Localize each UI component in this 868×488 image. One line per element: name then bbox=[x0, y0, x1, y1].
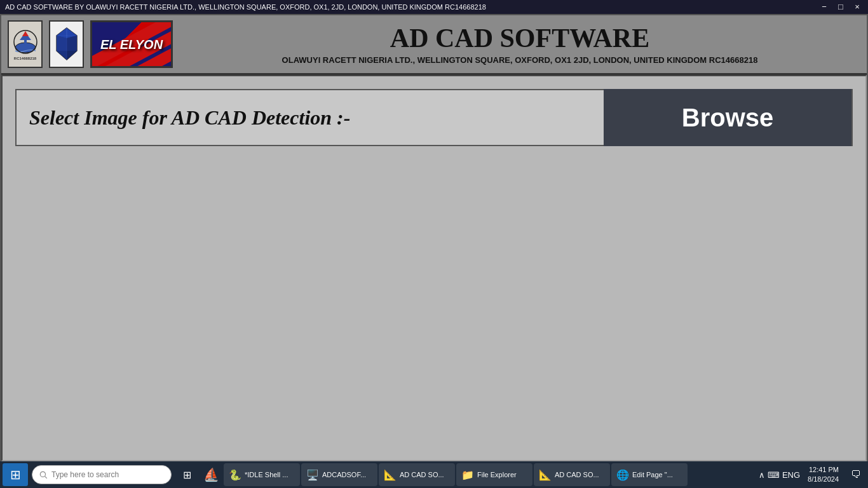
taskbar-item-1[interactable]: 🖥️ADCADSOF... bbox=[301, 463, 377, 486]
start-button[interactable]: ⊞ bbox=[3, 463, 28, 486]
app-subtitle: OLAWUYI RACETT NIGERIA LTD., WELLINGTON … bbox=[179, 55, 860, 65]
app-header: RC14668218 bbox=[1, 15, 867, 75]
clock-date: 8/18/2024 bbox=[808, 475, 839, 484]
title-bar-text: AD CAD SOFTWARE BY OLAWUYI RACETT NIGERI… bbox=[5, 3, 486, 11]
el-elyon-text: EL ELYON bbox=[100, 37, 163, 51]
gemstone-logo bbox=[49, 20, 84, 68]
svg-point-14 bbox=[40, 471, 45, 477]
main-window: RC14668218 bbox=[0, 14, 868, 463]
taskbar-item-0[interactable]: 🐍*IDLE Shell ... bbox=[224, 463, 300, 486]
taskbar-item-label-5: Edit Page "... bbox=[632, 471, 673, 478]
title-bar-controls: − □ × bbox=[818, 1, 863, 13]
content-area: Select Image for AD CAD Detection :- Bro… bbox=[1, 75, 867, 461]
taskbar-right: ∧ ⌨ ENG 12:41 PM 8/18/2024 🗨 bbox=[759, 463, 865, 486]
minimize-button[interactable]: − bbox=[818, 1, 830, 13]
taskbar-item-icon-4: 📐 bbox=[539, 469, 552, 481]
clock[interactable]: 12:41 PM 8/18/2024 bbox=[804, 465, 843, 485]
taskbar-item-icon-3: 📁 bbox=[461, 469, 474, 481]
select-image-bar: Select Image for AD CAD Detection :- Bro… bbox=[15, 89, 853, 146]
maximize-button[interactable]: □ bbox=[835, 1, 846, 13]
taskbar-item-3[interactable]: 📁File Explorer bbox=[456, 463, 532, 486]
tray-lang-icon[interactable]: ENG bbox=[782, 470, 800, 480]
taskbar-item-label-3: File Explorer bbox=[477, 471, 517, 478]
taskbar-item-2[interactable]: 📐AD CAD SO... bbox=[379, 463, 455, 486]
main-content-empty bbox=[15, 146, 853, 432]
taskbar-items: 🐍*IDLE Shell ...🖥️ADCADSOF...📐AD CAD SO.… bbox=[224, 463, 688, 486]
clock-time: 12:41 PM bbox=[808, 465, 839, 475]
taskbar-item-label-1: ADCADSOF... bbox=[322, 471, 366, 478]
company-seal-logo: RC14668218 bbox=[8, 20, 43, 68]
taskbar-item-4[interactable]: 📐AD CAD SO... bbox=[534, 463, 610, 486]
svg-marker-7 bbox=[67, 36, 77, 51]
taskbar-item-label-0: *IDLE Shell ... bbox=[245, 471, 288, 478]
taskbar-ship-icon: ⛵ bbox=[200, 463, 222, 486]
taskbar-item-icon-2: 📐 bbox=[384, 469, 397, 481]
taskbar: ⊞ ⊞ ⛵ 🐍*IDLE Shell ...🖥️ADCADSOF...📐AD C… bbox=[0, 461, 868, 488]
svg-marker-3 bbox=[22, 31, 29, 36]
el-elyon-logo: EL ELYON bbox=[90, 20, 173, 68]
search-icon bbox=[39, 470, 48, 479]
search-input[interactable] bbox=[51, 470, 153, 479]
browse-button[interactable]: Browse bbox=[604, 89, 851, 146]
taskbar-item-5[interactable]: 🌐Edit Page "... bbox=[611, 463, 688, 486]
svg-marker-8 bbox=[57, 36, 67, 51]
taskbar-item-label-2: AD CAD SO... bbox=[400, 471, 444, 478]
search-bar[interactable] bbox=[32, 465, 172, 484]
notification-icon: 🗨 bbox=[851, 469, 861, 480]
tray-arrow-icon[interactable]: ∧ bbox=[759, 470, 765, 480]
task-view-button[interactable]: ⊞ bbox=[175, 463, 198, 486]
taskbar-item-icon-0: 🐍 bbox=[229, 469, 241, 481]
notification-button[interactable]: 🗨 bbox=[846, 463, 865, 486]
title-text-area: AD CAD SOFTWARE OLAWUYI RACETT NIGERIA L… bbox=[179, 24, 860, 65]
app-title: AD CAD SOFTWARE bbox=[179, 24, 860, 53]
select-image-label: Select Image for AD CAD Detection :- bbox=[17, 106, 604, 130]
task-view-icon: ⊞ bbox=[183, 469, 191, 481]
taskbar-item-icon-1: 🖥️ bbox=[306, 469, 319, 481]
taskbar-item-label-4: AD CAD SO... bbox=[555, 471, 599, 478]
close-button[interactable]: × bbox=[851, 1, 863, 13]
logo1-label: RC14668218 bbox=[14, 57, 36, 60]
taskbar-item-icon-5: 🌐 bbox=[616, 469, 629, 481]
windows-icon: ⊞ bbox=[10, 467, 21, 482]
svg-line-15 bbox=[45, 477, 47, 478]
tray-keyboard-icon[interactable]: ⌨ bbox=[768, 470, 780, 480]
title-bar: AD CAD SOFTWARE BY OLAWUYI RACETT NIGERI… bbox=[0, 0, 868, 14]
system-tray: ∧ ⌨ ENG bbox=[759, 470, 800, 480]
